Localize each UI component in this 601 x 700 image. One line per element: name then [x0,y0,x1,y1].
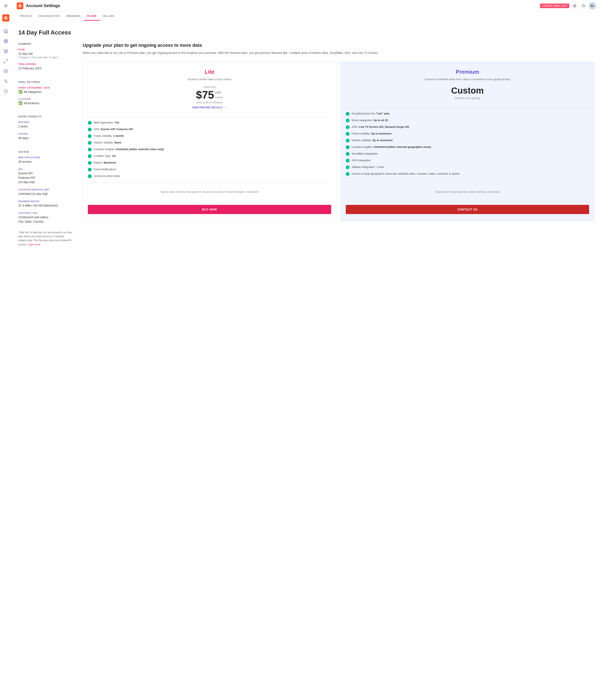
premium-feature-snowflake: ✓ Snowflake Integration [346,152,589,156]
svg-point-7 [5,41,6,42]
web-app-value: All access [18,159,73,164]
feature-check-icon: ✓ [346,119,349,122]
user-avatar[interactable]: BL [589,2,596,9]
access-title: ACCESS [18,151,73,153]
web-app-field: WEB APPLICATION All access [18,156,73,164]
page-content: 14 Day Full Access SUMMARY PLAN 14 day t… [12,21,601,255]
lite-feature-list: ✓ Web Application: Yes ✓ APIs: Events AP… [88,121,331,178]
event-visibility-title: EVENT VISIBILITY [18,115,73,118]
trial-settings-title: TRIAL SETTINGS [18,81,73,83]
sidebar-item-home[interactable] [3,28,9,34]
lite-plan-subtitle: Access to entire cities of your choice [88,77,331,81]
lite-feature-9: ✓ Access to entire cities [88,174,331,178]
feature-check-icon: ✓ [346,166,349,169]
premium-feature-geographic: ✓ Access to large geographic areas like … [346,172,589,176]
web-app-label: WEB APPLICATION [18,156,73,159]
feature-check-icon: ✓ [88,174,92,178]
event-categories-count: 18/18 [44,87,50,89]
feature-check-icon: ✓ [346,145,349,149]
tab-billing[interactable]: BILLING [100,12,118,21]
feature-check-icon: ✓ [88,148,92,151]
svg-line-10 [4,61,5,63]
future-field: FUTURE 90 days [18,133,73,140]
location-value: ✅ All locations [18,101,73,105]
premium-feature-5: ✓ Historic visibility: Up to maximum [346,138,589,143]
contact-us-button[interactable]: CONTACT US [346,205,589,214]
header-actions: 14 DAYS TRIAL LEFT BL [540,2,596,9]
trial-badge: 14 DAYS TRIAL LEFT [540,4,569,8]
premium-price-contact: Contact us for pricing [346,97,589,100]
sidebar-item-layers[interactable] [3,48,9,54]
premium-feature-4: ✓ Future visibility: Up to maximum [346,131,589,136]
location-label: LOCATION [18,98,73,100]
location-insights-label: LOCATION INSIGHTS LIMIT [18,189,73,191]
location-type-value: Centerpoint and radius;City, State, Coun… [18,215,73,224]
lite-feature-6: ✓ Location Type: All [88,154,331,158]
lite-feature-1: ✓ Web Application: Yes [88,121,331,125]
learn-more-link[interactable]: Learn more [28,243,40,246]
location-insights-value: Unlimited (14 day trial) [18,192,73,196]
historic-value: 2 years [18,124,73,129]
lite-price: $75 USD /month [88,90,331,100]
feature-check-icon: ✓ [346,125,349,129]
location-check-icon: ✅ [18,101,23,105]
lite-pricing-details-link[interactable]: VIEW PRICING DETAILS → [88,106,331,109]
feature-check-icon: ✓ [346,172,349,176]
feature-check-icon: ✓ [346,139,349,143]
location-insights-field: LOCATION INSIGHTS LIMIT Unlimited (14 da… [18,189,73,196]
lite-plan-card: Lite Access to entire cities of your cho… [83,62,336,221]
header: Account Settings 14 DAYS TRIAL LEFT BL [12,0,601,12]
event-categories-check-icon: ✅ [18,90,23,94]
premium-plan-subtitle: Access to unlimited areas from cities to… [346,77,589,81]
feature-check-icon: ✓ [346,112,349,116]
sidebar-item-target[interactable] [3,38,9,44]
two-col-layout: SUMMARY PLAN 14 day trial Changes to Fre… [18,43,594,247]
tab-profile[interactable]: PROFILE [17,12,35,21]
premium-feature-2: ✓ Event categories: Up to all 19 [346,118,589,122]
future-label: FUTURE [18,133,73,135]
premium-plan-card: Premium Access to unlimited areas from c… [341,62,594,221]
right-panel: Upgrade your plan to get ongoing access … [83,43,594,247]
api-label: API [18,168,73,170]
trial-expires-label: TRIAL EXPIRES [18,63,73,65]
svg-point-14 [19,5,21,7]
lite-feature-event-notifications: ✓ Event Notifications [88,167,331,171]
location-field: LOCATION ✅ All locations [18,98,73,105]
tab-plans[interactable]: PLANS [84,12,100,21]
nav-tabs: PROFILE ORGANIZATION MEMBERS PLANS BILLI… [12,12,601,21]
lite-price-amount: $75 [196,90,214,100]
help-button[interactable] [580,2,587,9]
trial-expires-field: TRIAL EXPIRES 21 February 2023 [18,63,73,71]
lite-plan-name: Lite [88,69,331,75]
svg-point-11 [5,71,6,72]
lite-price-billed: billed at $912 USD/year [88,101,331,104]
sidebar-item-eye[interactable] [3,68,9,74]
footnote: *After the 14 day trial, you are moved t… [18,230,73,247]
tab-members[interactable]: MEMBERS [63,12,84,21]
tab-organization[interactable]: ORGANIZATION [35,12,63,21]
plan-sub: Changes to Free plan after 14 days [18,56,73,59]
sidebar-item-activity[interactable] [3,78,9,84]
buy-now-button[interactable]: BUY NOW [88,205,331,214]
premium-feature-list: ✓ Everything from the "Lite" plan ✓ Even… [346,111,589,178]
lite-price-currency: USD [215,91,221,94]
summary-title: SUMMARY [18,43,73,45]
lite-feature-5: ✓ Location Insights: Unlimited (within s… [88,147,331,151]
sidebar-item-diamond[interactable] [3,88,9,94]
lite-feature-7: ✓ Radius: Maximum [88,160,331,165]
settings-button[interactable] [571,2,578,9]
header-title: Account Settings [26,3,540,8]
sidebar-item-expand[interactable] [3,58,9,64]
trial-expires-value: 21 February 2023 [18,66,73,71]
location-type-label: LOCATION TYPE [18,212,73,214]
logo[interactable] [2,15,9,22]
plan-field: PLAN 14 day trial Changes to Free plan a… [18,48,73,59]
svg-point-15 [574,5,575,6]
plan-label: PLAN [18,48,73,51]
event-categories-value: ✅ All categories [18,90,73,94]
lite-price-period: /month [215,96,223,99]
svg-line-9 [6,59,7,61]
svg-point-6 [5,40,7,42]
lite-typical-users: Typical users: Revenue Management, Busin… [88,190,331,194]
menu-icon[interactable] [2,2,9,10]
